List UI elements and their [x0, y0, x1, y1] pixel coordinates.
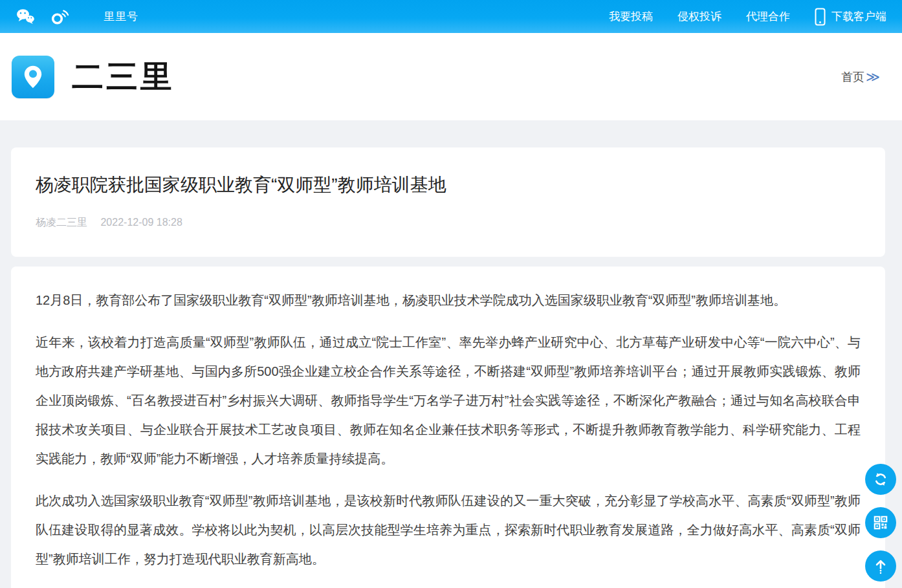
author-name: 杨凌二三里 [36, 217, 87, 228]
article-paragraph: 此次成功入选国家级职业教育“双师型”教师培训基地，是该校新时代教师队伍建设的又一… [36, 486, 861, 574]
home-link[interactable]: 首页 ≫ [841, 69, 880, 85]
qrcode-icon [872, 514, 889, 531]
topbar-menu: 我要投稿 侵权投诉 代理合作 下载客户端 [609, 8, 886, 26]
weibo-icon[interactable] [50, 8, 70, 25]
home-label: 首页 [841, 69, 864, 85]
article-body-card: 12月8日，教育部公布了国家级职业教育“双师型”教师培训基地，杨凌职业技术学院成… [11, 267, 885, 588]
wechat-icon[interactable] [16, 8, 36, 25]
logo-wordmark[interactable]: 二三里 [72, 56, 175, 98]
download-client-label: 下载客户端 [831, 9, 886, 24]
up-arrow-icon [872, 558, 889, 574]
topbar: 里里号 我要投稿 侵权投诉 代理合作 下载客户端 [0, 0, 902, 33]
site-header: 二三里 首页 ≫ [0, 33, 902, 120]
article-title: 杨凌职院获批国家级职业教育“双师型”教师培训基地 [36, 173, 861, 197]
submit-article-link[interactable]: 我要投稿 [609, 9, 653, 24]
article-byline: 杨凌二三里 2022-12-09 18:28 [36, 216, 861, 230]
download-client-link[interactable]: 下载客户端 [815, 8, 886, 26]
map-pin-icon [19, 63, 47, 91]
floating-toolbar [865, 464, 896, 582]
article-paragraph: 近年来，该校着力打造高质量“双师型”教师队伍，通过成立“院士工作室”、率先举办蜂… [36, 328, 861, 474]
back-to-top-button[interactable] [865, 550, 896, 582]
double-chevron-icon: ≫ [866, 70, 880, 83]
main-content: 杨凌职院获批国家级职业教育“双师型”教师培训基地 杨凌二三里 2022-12-0… [0, 120, 902, 588]
site-logo[interactable] [12, 56, 54, 98]
refresh-button[interactable] [865, 464, 896, 495]
qrcode-button[interactable] [865, 507, 896, 538]
article-title-card: 杨凌职院获批国家级职业教育“双师型”教师培训基地 杨凌二三里 2022-12-0… [11, 147, 885, 257]
publish-date: 2022-12-09 18:28 [100, 217, 182, 228]
phone-icon [815, 8, 826, 26]
article-paragraph: 12月8日，教育部公布了国家级职业教育“双师型”教师培训基地，杨凌职业技术学院成… [36, 286, 861, 315]
topbar-brand[interactable]: 里里号 [104, 9, 138, 24]
agency-cooperation-link[interactable]: 代理合作 [746, 9, 790, 24]
refresh-icon [872, 471, 889, 488]
topbar-left: 里里号 [16, 8, 138, 25]
infringement-complaint-link[interactable]: 侵权投诉 [677, 9, 721, 24]
